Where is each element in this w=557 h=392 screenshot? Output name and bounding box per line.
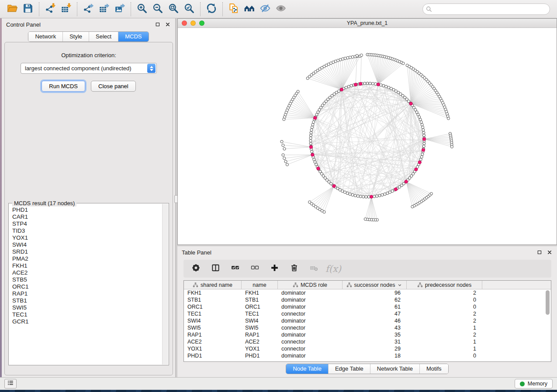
- table-row-ORC1[interactable]: ORC1ORC1dominator610: [184, 303, 551, 310]
- cell-MCDS-role[interactable]: dominator: [278, 317, 343, 324]
- cell-successor-nodes[interactable]: 47: [343, 310, 407, 317]
- cell-successor-nodes[interactable]: 62: [343, 296, 407, 303]
- table-row-YOX1[interactable]: YOX1YOX1connector291: [184, 345, 551, 352]
- table-row-TEC1[interactable]: TEC1TEC1connector472: [184, 310, 551, 317]
- cell-MCDS-role[interactable]: connector: [278, 345, 343, 352]
- cell-successor-nodes[interactable]: 35: [343, 331, 407, 338]
- cell-name[interactable]: SWI4: [242, 317, 278, 324]
- cell-MCDS-role[interactable]: dominator: [278, 303, 343, 310]
- tab-style[interactable]: Style: [62, 32, 89, 41]
- network-window-titlebar[interactable]: YPA_prune.txt_1: [178, 19, 557, 28]
- cell-MCDS-role[interactable]: connector: [278, 324, 343, 331]
- table-row-STB1[interactable]: STB1STB1dominator620: [184, 296, 551, 303]
- table-panel-float-button[interactable]: [536, 249, 543, 256]
- cell-name[interactable]: SWI5: [242, 324, 278, 331]
- tab-node-table[interactable]: Node Table: [286, 364, 328, 374]
- cell-MCDS-role[interactable]: dominator: [278, 352, 343, 359]
- delete-column-button[interactable]: [288, 263, 300, 275]
- split-panel-button[interactable]: [209, 263, 221, 275]
- cell-name[interactable]: ACE2: [242, 338, 278, 345]
- mcds-result-item[interactable]: TID3: [12, 227, 162, 234]
- tab-mcds[interactable]: MCDS: [118, 32, 148, 41]
- cell-name[interactable]: PHD1: [242, 352, 278, 359]
- cell-shared-name[interactable]: SWI5: [184, 324, 242, 331]
- cell-successor-nodes[interactable]: 96: [343, 289, 407, 296]
- cell-predecessor-nodes[interactable]: 2: [407, 317, 482, 324]
- zoom-selected-button[interactable]: [181, 2, 197, 17]
- control-panel-close-button[interactable]: [164, 21, 171, 28]
- tab-select[interactable]: Select: [89, 32, 118, 41]
- export-image-button[interactable]: [112, 2, 128, 17]
- cell-shared-name[interactable]: STB1: [184, 296, 242, 303]
- mcds-result-item[interactable]: SRD1: [12, 248, 162, 255]
- cell-MCDS-role[interactable]: dominator: [278, 296, 343, 303]
- mcds-result-item[interactable]: STP4: [12, 220, 162, 227]
- cell-name[interactable]: STB1: [242, 296, 278, 303]
- cell-predecessor-nodes[interactable]: 1: [407, 324, 482, 331]
- cell-name[interactable]: YOX1: [242, 345, 278, 352]
- cell-predecessor-nodes[interactable]: 1: [407, 345, 482, 352]
- mcds-result-item[interactable]: STB5: [12, 276, 162, 283]
- table-scrollbar-thumb[interactable]: [546, 290, 550, 315]
- cell-successor-nodes[interactable]: 31: [343, 338, 407, 345]
- column-header-predecessor-nodes[interactable]: predecessor nodes: [407, 281, 482, 289]
- mcds-result-item[interactable]: FKH1: [12, 262, 162, 269]
- table-row-SWI4[interactable]: SWI4SWI4dominator462: [184, 317, 551, 324]
- cell-successor-nodes[interactable]: 43: [343, 324, 407, 331]
- tab-edge-table[interactable]: Edge Table: [328, 364, 370, 374]
- cell-predecessor-nodes[interactable]: 0: [407, 352, 482, 359]
- cell-predecessor-nodes[interactable]: 0: [407, 296, 482, 303]
- cell-MCDS-role[interactable]: connector: [278, 338, 343, 345]
- cell-successor-nodes[interactable]: 46: [343, 317, 407, 324]
- cell-successor-nodes[interactable]: 61: [343, 303, 407, 310]
- save-session-button[interactable]: [20, 2, 36, 17]
- cell-MCDS-role[interactable]: connector: [278, 310, 343, 317]
- cell-successor-nodes[interactable]: 18: [343, 352, 407, 359]
- cell-shared-name[interactable]: PHD1: [184, 352, 242, 359]
- panels-menu-button[interactable]: [4, 379, 17, 389]
- cell-predecessor-nodes[interactable]: 2: [407, 310, 482, 317]
- table-row-FKH1[interactable]: FKH1FKH1dominator962: [184, 289, 551, 296]
- select-all-button[interactable]: [229, 263, 241, 275]
- cell-predecessor-nodes[interactable]: 2: [407, 331, 482, 338]
- cell-predecessor-nodes[interactable]: 1: [407, 338, 482, 345]
- cell-predecessor-nodes[interactable]: 0: [407, 303, 482, 310]
- mcds-result-item[interactable]: CAR1: [12, 213, 162, 220]
- mcds-result-item[interactable]: TEC1: [12, 311, 162, 318]
- tab-network-table[interactable]: Network Table: [370, 364, 419, 374]
- cell-shared-name[interactable]: SWI4: [184, 317, 242, 324]
- table-row-ACE2[interactable]: ACE2ACE2connector311: [184, 338, 551, 345]
- mcds-result-item[interactable]: YOX1: [12, 234, 162, 241]
- export-network-button[interactable]: [80, 2, 96, 17]
- mcds-result-item[interactable]: SWI5: [12, 304, 162, 311]
- control-panel-float-button[interactable]: [154, 21, 161, 28]
- memory-button[interactable]: Memory: [515, 379, 553, 389]
- close-panel-button[interactable]: Close panel: [91, 81, 136, 92]
- mcds-result-item[interactable]: ORC1: [12, 283, 162, 290]
- new-network-from-selection-button[interactable]: [226, 2, 242, 17]
- show-all-button[interactable]: [273, 2, 289, 17]
- export-table-button[interactable]: [96, 2, 112, 17]
- zoom-in-button[interactable]: [134, 2, 150, 17]
- mcds-result-item[interactable]: PMA2: [12, 255, 162, 262]
- cell-shared-name[interactable]: ACE2: [184, 338, 242, 345]
- cell-name[interactable]: FKH1: [242, 289, 278, 296]
- cell-shared-name[interactable]: FKH1: [184, 289, 242, 296]
- cell-shared-name[interactable]: TEC1: [184, 310, 242, 317]
- column-header-name[interactable]: name: [242, 281, 278, 289]
- zoom-out-button[interactable]: [150, 2, 166, 17]
- optimization-criterion-select[interactable]: largest connected component (undirected): [21, 63, 157, 74]
- table-panel-close-button[interactable]: [546, 249, 553, 256]
- mcds-result-item[interactable]: STB1: [12, 297, 162, 304]
- column-header-shared-name[interactable]: shared name: [184, 281, 242, 289]
- column-header-successor-nodes[interactable]: successor nodes: [343, 281, 407, 289]
- run-mcds-button[interactable]: Run MCDS: [42, 81, 85, 92]
- tab-motifs[interactable]: Motifs: [419, 364, 448, 374]
- import-network-button[interactable]: [42, 2, 58, 17]
- apply-preferred-layout-button[interactable]: [204, 2, 219, 17]
- zoom-fit-button[interactable]: [166, 2, 181, 17]
- mcds-result-item[interactable]: RAP1: [12, 290, 162, 297]
- cell-name[interactable]: TEC1: [242, 310, 278, 317]
- open-session-button[interactable]: [4, 2, 20, 17]
- table-settings-button[interactable]: [190, 263, 202, 275]
